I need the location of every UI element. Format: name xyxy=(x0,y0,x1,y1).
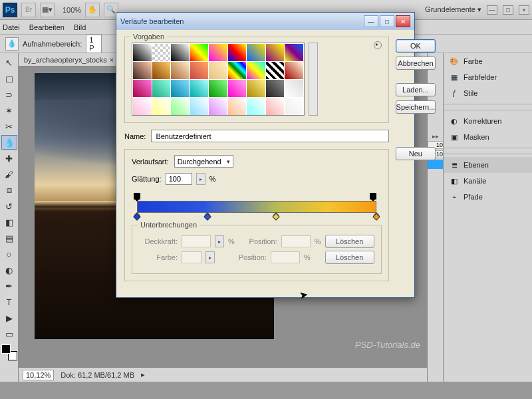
preset-swatch[interactable] xyxy=(228,44,247,61)
tab-close-icon[interactable]: × xyxy=(110,56,114,64)
color-stop[interactable] xyxy=(373,214,380,221)
preset-swatch[interactable] xyxy=(171,80,190,97)
preset-swatch[interactable] xyxy=(285,62,303,79)
smoothness-stepper[interactable]: ▸ xyxy=(196,173,205,185)
preset-swatch[interactable] xyxy=(209,44,227,61)
preset-grid[interactable] xyxy=(132,43,305,116)
eyedropper-icon[interactable]: 💧 xyxy=(5,37,19,51)
workspace-switcher[interactable]: Grundelemente ▾ xyxy=(425,5,481,14)
menu-file[interactable]: Datei xyxy=(3,23,20,31)
new-button[interactable]: Neu xyxy=(396,147,436,160)
preset-swatch[interactable] xyxy=(247,98,265,115)
wand-tool-icon[interactable]: ✶ xyxy=(1,103,17,118)
gradient-bar[interactable] xyxy=(134,193,379,219)
preset-swatch[interactable] xyxy=(209,98,227,115)
blur-tool-icon[interactable]: ○ xyxy=(1,247,17,261)
panel-swatches[interactable]: ▦Farbfelder xyxy=(444,69,532,85)
stamp-tool-icon[interactable]: ⧈ xyxy=(1,183,17,198)
preset-flyout-icon[interactable] xyxy=(374,41,382,49)
gradient-type-select[interactable]: Durchgehend xyxy=(174,155,233,168)
marquee-tool-icon[interactable]: ▢ xyxy=(1,71,17,86)
eraser-tool-icon[interactable]: ◧ xyxy=(1,215,17,229)
zoom-readout[interactable]: 100% xyxy=(63,6,81,14)
preset-swatch[interactable] xyxy=(266,80,285,97)
color-stop[interactable] xyxy=(204,214,211,221)
color-swatches[interactable] xyxy=(1,344,17,360)
preset-swatch[interactable] xyxy=(247,62,265,79)
panel-paths[interactable]: ⌁Pfade xyxy=(444,189,532,205)
type-tool-icon[interactable]: T xyxy=(1,295,17,309)
preset-swatch[interactable] xyxy=(228,62,247,79)
dialog-minimize-icon[interactable]: — xyxy=(364,15,378,27)
path-select-icon[interactable]: ▶ xyxy=(1,311,17,325)
preset-swatch[interactable] xyxy=(133,62,152,79)
gradient-name-input[interactable] xyxy=(151,130,388,142)
preset-swatch[interactable] xyxy=(190,44,209,61)
lasso-tool-icon[interactable]: ⊃ xyxy=(1,87,17,102)
preset-swatch[interactable] xyxy=(133,98,152,115)
minimize-icon[interactable]: — xyxy=(487,5,497,15)
bridge-logo-icon[interactable]: Br xyxy=(21,3,36,17)
hand-tool-icon[interactable]: ✋ xyxy=(85,3,100,17)
preset-swatch[interactable] xyxy=(152,80,171,97)
save-button[interactable]: Speichern... xyxy=(396,100,436,114)
pen-tool-icon[interactable]: ✒ xyxy=(1,279,17,293)
panel-masks[interactable]: ▣Masken xyxy=(444,129,532,145)
load-button[interactable]: Laden... xyxy=(396,83,436,96)
crop-tool-icon[interactable]: ✂ xyxy=(1,119,17,134)
panel-layers[interactable]: ≣Ebenen xyxy=(444,157,532,173)
status-flyout-icon[interactable]: ▸ xyxy=(141,370,145,379)
preset-swatch[interactable] xyxy=(171,62,190,79)
opacity-stop[interactable] xyxy=(134,193,140,200)
color-stop[interactable] xyxy=(273,214,279,221)
preset-swatch[interactable] xyxy=(171,98,190,115)
gradient-tool-icon[interactable]: ▤ xyxy=(1,231,17,245)
preset-swatch[interactable] xyxy=(190,62,209,79)
status-zoom[interactable]: 10,12% xyxy=(23,370,54,380)
brush-tool-icon[interactable]: 🖌 xyxy=(1,167,17,182)
panel-channels[interactable]: ◧Kanäle xyxy=(444,173,532,189)
dialog-maximize-icon[interactable]: □ xyxy=(380,15,394,27)
close-icon[interactable]: × xyxy=(519,5,529,15)
cancel-button[interactable]: Abbrechen xyxy=(396,57,436,70)
maximize-icon[interactable]: □ xyxy=(503,5,513,15)
opacity-stop[interactable] xyxy=(370,193,376,200)
preset-swatch[interactable] xyxy=(266,62,285,79)
eyedropper-tool-icon[interactable]: 💧 xyxy=(1,135,17,150)
preset-swatch[interactable] xyxy=(152,62,171,79)
preset-swatch[interactable] xyxy=(285,80,303,97)
preset-swatch[interactable] xyxy=(285,98,303,115)
panel-color[interactable]: 🎨Farbe xyxy=(444,53,532,69)
dodge-tool-icon[interactable]: ◐ xyxy=(1,263,17,277)
gradient-preview[interactable] xyxy=(137,201,376,213)
move-tool-icon[interactable]: ↖ xyxy=(1,55,17,70)
preset-swatch[interactable] xyxy=(190,98,209,115)
menu-edit[interactable]: Bearbeiten xyxy=(29,23,65,31)
preset-scrollbar[interactable] xyxy=(309,43,318,116)
preset-swatch[interactable] xyxy=(209,80,227,97)
shape-tool-icon[interactable]: ▭ xyxy=(1,327,17,341)
history-brush-icon[interactable]: ↺ xyxy=(1,199,17,213)
preset-swatch[interactable] xyxy=(266,98,285,115)
preset-swatch[interactable] xyxy=(247,44,265,61)
color-stop[interactable] xyxy=(134,214,140,221)
heal-tool-icon[interactable]: ✚ xyxy=(1,151,17,166)
menu-image[interactable]: Bild xyxy=(74,23,86,31)
dialog-title-bar[interactable]: Verläufe bearbeiten — □ ✕ xyxy=(116,13,414,30)
preset-swatch[interactable] xyxy=(133,44,152,61)
preset-swatch[interactable] xyxy=(152,98,171,115)
preset-swatch[interactable] xyxy=(247,80,265,97)
ok-button[interactable]: OK xyxy=(396,39,436,53)
arrange-docs-icon[interactable]: ▦▾ xyxy=(40,3,55,17)
preset-swatch[interactable] xyxy=(209,62,227,79)
smoothness-input[interactable] xyxy=(166,173,192,185)
sample-size-field[interactable]: 1 P xyxy=(86,35,102,53)
preset-swatch[interactable] xyxy=(133,80,152,97)
preset-swatch[interactable] xyxy=(190,80,209,97)
preset-swatch[interactable] xyxy=(228,80,247,97)
dialog-close-icon[interactable]: ✕ xyxy=(396,15,410,27)
panel-styles[interactable]: ƒStile xyxy=(444,85,532,101)
preset-swatch[interactable] xyxy=(171,44,190,61)
preset-swatch[interactable] xyxy=(152,44,171,61)
preset-swatch[interactable] xyxy=(266,44,285,61)
